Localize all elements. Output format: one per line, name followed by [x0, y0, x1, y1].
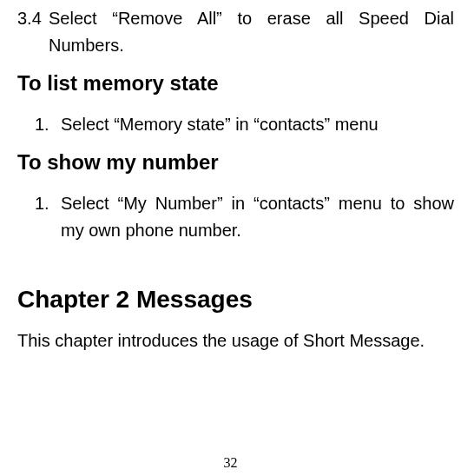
list-item-memory-1: 1.Select “Memory state” in “contacts” me…	[17, 111, 454, 138]
list-text: Select “My Number” in “contacts” menu to…	[61, 194, 454, 240]
list-number: 1.	[35, 111, 61, 138]
list-number: 1.	[35, 190, 61, 217]
chapter-intro: This chapter introduces the usage of Sho…	[17, 331, 454, 351]
list-text: Select “Memory state” in “contacts” menu	[61, 115, 379, 134]
page-number: 32	[0, 455, 461, 471]
list-item-3-4: 3.4Select “Remove All” to erase all Spee…	[17, 5, 454, 59]
heading-memory-state: To list memory state	[17, 71, 454, 96]
chapter-title: Chapter 2 Messages	[17, 286, 454, 314]
heading-my-number: To show my number	[17, 150, 454, 175]
list-item-mynumber-1: 1.Select “My Number” in “contacts” menu …	[17, 190, 454, 244]
list-text: Select “Remove All” to erase all Speed D…	[49, 9, 454, 55]
list-number: 3.4	[17, 5, 49, 32]
document-page: 3.4Select “Remove All” to erase all Spee…	[0, 0, 461, 476]
